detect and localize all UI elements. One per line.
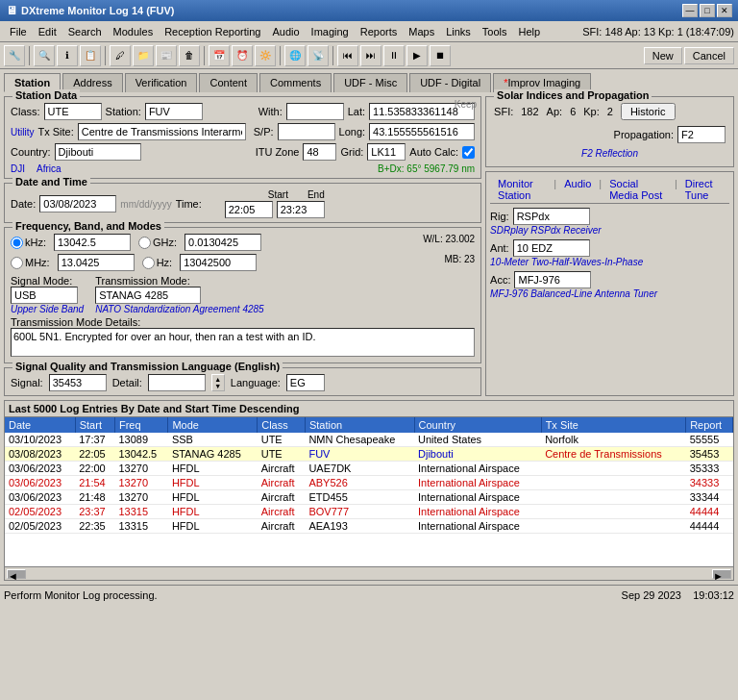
- autocalc-checkbox[interactable]: [462, 146, 475, 159]
- status-time: 19:03:12: [693, 589, 734, 601]
- window-title: DXtreme Monitor Log 14 (FUV): [21, 5, 175, 16]
- toolbar-btn-8[interactable]: 🗑: [179, 45, 200, 66]
- toolbar-btn-7[interactable]: 📰: [156, 45, 177, 66]
- table-cell: 34333: [686, 476, 733, 490]
- menu-help[interactable]: Help: [513, 24, 547, 39]
- tx-details-input[interactable]: 600L 5N1. Encrypted for over an hour, th…: [11, 328, 475, 357]
- rig-area: Rig: SDRplay RSPdx Receiver: [490, 208, 729, 236]
- ghz-input[interactable]: [184, 234, 261, 251]
- grid-input[interactable]: [367, 143, 406, 161]
- toolbar-btn-17[interactable]: ▶: [406, 45, 428, 66]
- language-input[interactable]: [286, 374, 325, 391]
- toolbar-btn-15[interactable]: ⏭: [360, 45, 381, 66]
- table-cell: 13042.5: [114, 447, 167, 462]
- detail-spin[interactable]: ▲ ▼: [211, 374, 225, 391]
- scroll-right-btn[interactable]: ►: [712, 569, 731, 579]
- table-row[interactable]: 03/06/202321:5413270HFDLAircraftABY526In…: [5, 476, 733, 490]
- menu-edit[interactable]: Edit: [33, 24, 62, 39]
- tx-mode-input[interactable]: [95, 287, 201, 304]
- toolbar-btn-6[interactable]: 📁: [133, 45, 154, 66]
- toolbar-btn-10[interactable]: ⏰: [232, 45, 253, 66]
- tab-comments[interactable]: Comments: [259, 73, 332, 92]
- start-time-input[interactable]: [225, 201, 273, 218]
- mb-label: MB: 23: [444, 254, 475, 271]
- tx-details-label: Transmission Mode Details:: [11, 316, 475, 328]
- toolbar-btn-4[interactable]: 📋: [80, 45, 101, 66]
- tab-content[interactable]: Content: [199, 73, 258, 92]
- station-input[interactable]: [145, 103, 203, 120]
- propagation-input[interactable]: [677, 126, 726, 143]
- mhz-input[interactable]: [58, 254, 135, 271]
- monitor-tab-social[interactable]: Social Media Post: [602, 176, 675, 203]
- toolbar-btn-18[interactable]: ⏹: [430, 45, 451, 66]
- monitor-tab-direct-tune[interactable]: Direct Tune: [677, 176, 729, 203]
- new-button[interactable]: New: [644, 47, 682, 64]
- table-row[interactable]: 03/06/202321:4813270HFDLAircraftETD455In…: [5, 490, 733, 505]
- sp-input[interactable]: [278, 123, 335, 140]
- country-input[interactable]: [55, 143, 141, 161]
- toolbar-btn-2[interactable]: 🔍: [34, 45, 55, 66]
- menu-search[interactable]: Search: [62, 24, 108, 39]
- table-cell: 13089: [114, 433, 167, 447]
- toolbar-btn-11[interactable]: 🔆: [255, 45, 276, 66]
- rig-input[interactable]: [513, 208, 590, 225]
- menu-modules[interactable]: Modules: [108, 24, 160, 39]
- table-row[interactable]: 03/08/202322:0513042.5STANAG 4285UTEFUVD…: [5, 447, 733, 462]
- txsite-input[interactable]: [78, 123, 246, 140]
- close-button[interactable]: ✕: [717, 4, 732, 17]
- tab-udf-misc[interactable]: UDF - Misc: [333, 73, 407, 92]
- log-table-wrapper[interactable]: Date Start Freq Mode Class Station Count…: [5, 417, 733, 566]
- monitor-tab-audio[interactable]: Audio: [556, 176, 599, 203]
- toolbar-btn-3[interactable]: ℹ: [57, 45, 78, 66]
- ghz-label: GHz:: [153, 237, 177, 248]
- maximize-button[interactable]: □: [700, 4, 715, 17]
- detail-input[interactable]: [148, 374, 206, 391]
- menu-maps[interactable]: Maps: [403, 24, 440, 39]
- tab-udf-digital[interactable]: UDF - Digital: [409, 73, 491, 92]
- minimize-button[interactable]: —: [682, 4, 698, 17]
- menu-reception-reporting[interactable]: Reception Reporting: [159, 24, 266, 39]
- khz-input[interactable]: [54, 234, 131, 251]
- menu-file[interactable]: File: [4, 24, 33, 39]
- menu-links[interactable]: Links: [440, 24, 477, 39]
- log-scrollbar[interactable]: ◄ ►: [5, 566, 733, 580]
- monitor-tab-station[interactable]: Monitor Station: [490, 176, 554, 203]
- cancel-button[interactable]: Cancel: [684, 47, 734, 64]
- mhz-radio[interactable]: [11, 257, 23, 269]
- toolbar-btn-14[interactable]: ⏮: [337, 45, 358, 66]
- end-time-input[interactable]: [277, 201, 325, 218]
- ghz-radio[interactable]: [138, 237, 151, 249]
- signal-mode-input[interactable]: [11, 287, 78, 304]
- class-input[interactable]: [44, 103, 102, 120]
- toolbar-btn-5[interactable]: 🖊: [110, 45, 131, 66]
- hz-radio[interactable]: [142, 257, 155, 269]
- date-input[interactable]: [39, 195, 116, 212]
- table-row[interactable]: 02/05/202323:3713315HFDLAircraftBOV777In…: [5, 505, 733, 519]
- toolbar-btn-12[interactable]: 🌐: [284, 45, 306, 66]
- table-row[interactable]: 03/10/202317:3713089SSBUTENMN Chesapeake…: [5, 433, 733, 447]
- acc-input[interactable]: [514, 271, 591, 288]
- menu-imaging[interactable]: Imaging: [306, 24, 355, 39]
- toolbar-btn-16[interactable]: ⏸: [383, 45, 405, 66]
- table-row[interactable]: 02/05/202322:3513315HFDLAircraftAEA193In…: [5, 519, 733, 534]
- historic-button[interactable]: Historic: [621, 103, 676, 120]
- sfi-value: 182: [521, 106, 538, 117]
- menu-reports[interactable]: Reports: [355, 24, 404, 39]
- table-cell: HFDL: [168, 505, 258, 519]
- menu-tools[interactable]: Tools: [477, 24, 513, 39]
- table-row[interactable]: 03/06/202322:0013270HFDLAircraftUAE7DKIn…: [5, 462, 733, 476]
- hz-input[interactable]: [180, 254, 257, 271]
- menu-audio[interactable]: Audio: [266, 24, 305, 39]
- ant-input[interactable]: [513, 239, 590, 257]
- class-label: Class:: [11, 106, 40, 117]
- long-input[interactable]: [369, 123, 475, 140]
- tab-verification[interactable]: Verification: [125, 73, 198, 92]
- with-input[interactable]: [286, 103, 344, 120]
- toolbar-btn-1[interactable]: 🔧: [4, 45, 25, 66]
- signal-input[interactable]: [49, 374, 107, 391]
- toolbar-btn-13[interactable]: 📡: [308, 45, 329, 66]
- khz-radio[interactable]: [11, 237, 23, 249]
- toolbar-btn-9[interactable]: 📅: [209, 45, 230, 66]
- scroll-left-btn[interactable]: ◄: [7, 569, 26, 579]
- ituzone-input[interactable]: [303, 143, 336, 161]
